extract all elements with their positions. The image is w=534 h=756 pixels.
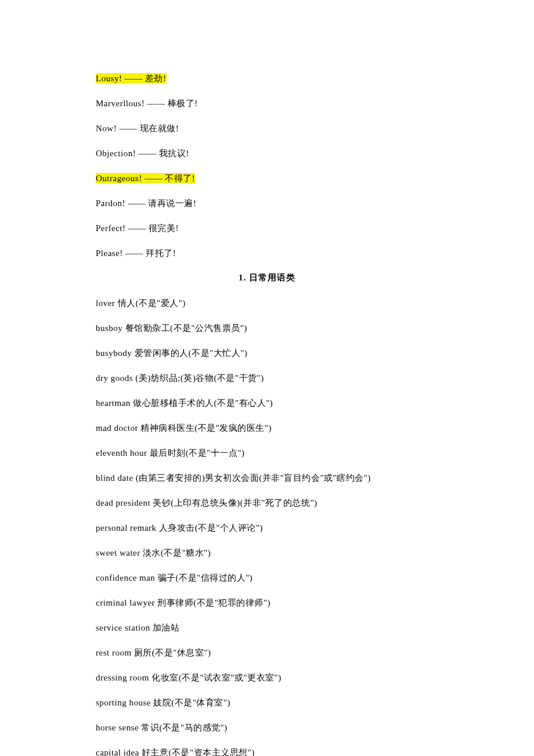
vocab-line: rest room 厕所(不是"休息室") [96,647,438,659]
vocab-line: personal remark 人身攻击(不是"个人评论") [96,522,438,534]
vocab-line: service station 加油站 [96,622,438,634]
vocab-line: sporting house 妓院(不是"体育室") [96,697,438,709]
vocab-line: confidence man 骗子(不是"信得过的人") [96,572,438,584]
section-title: 1. 日常用语类 [96,272,438,283]
expression-line: Perfect! —— 很完美! [96,222,438,235]
highlighted-text: Lousy! —— 差劲! [96,73,167,84]
expression-line: Objection! —— 我抗议! [96,147,438,160]
expression-line: Marverllous! —— 棒极了! [96,98,438,110]
vocab-line: horse sense 常识(不是"马的感觉") [96,722,438,734]
vocab-line: heartman 做心脏移植手术的人(不是"有心人") [96,397,438,409]
expressions-list: Lousy! —— 差劲!Marverllous! —— 棒极了!Now! ——… [96,73,438,260]
vocab-line: eleventh hour 最后时刻(不是"十一点") [96,447,438,459]
vocab-line: criminal lawyer 刑事律师(不是"犯罪的律师") [96,597,438,609]
expression-line: Now! —— 现在就做! [96,123,438,135]
expression-line: Lousy! —— 差劲! [96,73,438,85]
expression-line: Please! —— 拜托了! [96,247,438,260]
vocab-line: mad doctor 精神病科医生(不是"发疯的医生") [96,422,438,434]
vocab-line: capital idea 好主意(不是"资本主义思想") [96,747,438,756]
highlighted-text: Outrageous! —— 不得了! [96,173,195,183]
vocab-list: lover 情人(不是"爱人")busboy 餐馆勤杂工(不是"公汽售票员")b… [96,297,438,756]
vocab-line: blind date (由第三者安排的)男女初次会面(并非"盲目约会"或"瞎约会… [96,472,438,484]
vocab-line: dead president 美钞(上印有总统头像)(并非"死了的总统") [96,497,438,509]
vocab-line: lover 情人(不是"爱人") [96,297,438,309]
vocab-line: dry goods (美)纺织品;(英)谷物(不是"干货") [96,372,438,384]
vocab-line: busboy 餐馆勤杂工(不是"公汽售票员") [96,322,438,334]
expression-line: Outrageous! —— 不得了! [96,172,438,185]
vocab-line: busybody 爱管闲事的人(不是"大忙人") [96,347,438,359]
vocab-line: dressing room 化妆室(不是"试衣室"或"更衣室") [96,672,438,684]
vocab-line: sweet water 淡水(不是"糖水") [96,547,438,559]
expression-line: Pardon! —— 请再说一遍! [96,197,438,210]
